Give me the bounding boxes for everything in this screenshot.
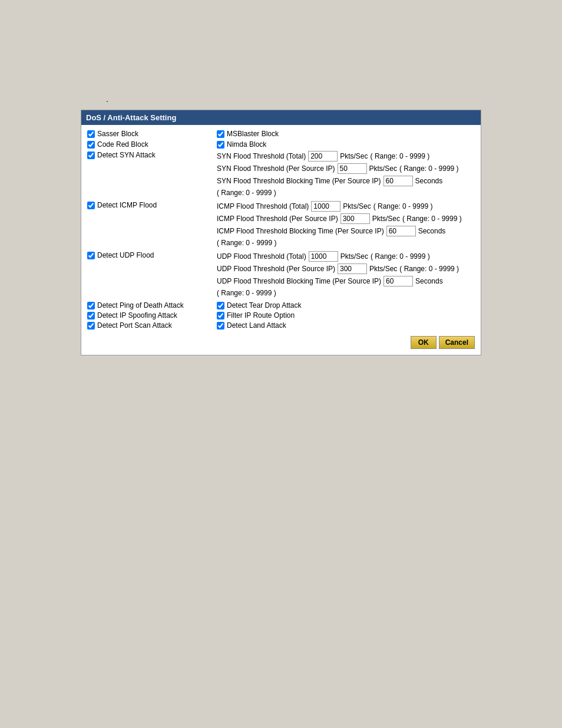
- udp-per-ip-label: UDP Flood Threshold (Per Source IP): [217, 265, 335, 273]
- nimda-block-checkbox[interactable]: [217, 141, 224, 149]
- udp-per-ip-range: ( Range: 0 - 9999 ): [399, 265, 459, 273]
- col-codered: Code Red Block: [87, 140, 217, 149]
- bottom-left-col: Detect Ping of Death Attack Detect IP Sp…: [87, 301, 217, 331]
- detect-land-checkbox[interactable]: [217, 322, 224, 330]
- syn-block-input[interactable]: [384, 176, 413, 186]
- syn-block-row: SYN Flood Threshold Blocking Time (Per S…: [217, 176, 475, 197]
- detect-syn-text: Detect SYN Attack: [97, 151, 156, 159]
- icmp-block-range: ( Range: 0 -: [217, 239, 254, 247]
- detect-udp-checkbox[interactable]: [87, 252, 95, 259]
- udp-total-range: ( Range: 0 - 9999 ): [371, 252, 430, 261]
- nimda-block-text: Nimda Block: [227, 140, 266, 149]
- syn-total-row: SYN Flood Threshold (Total) Pkts/Sec ( R…: [217, 151, 475, 162]
- udp-total-input[interactable]: [309, 251, 338, 262]
- udp-block-unit: Seconds: [415, 277, 443, 285]
- col-msblaster: MSBlaster Block: [217, 130, 475, 138]
- msblaster-block-checkbox[interactable]: [217, 130, 224, 138]
- icmp-total-label: ICMP Flood Threshold (Total): [217, 202, 309, 210]
- detect-port-scan-text: Detect Port Scan Attack: [97, 321, 172, 330]
- row-filter-ip-route: Filter IP Route Option: [217, 311, 475, 319]
- button-row: OK Cancel: [87, 336, 475, 349]
- detect-port-scan-checkbox[interactable]: [87, 322, 95, 330]
- panel-body: Sasser Block MSBlaster Block Code Red Bl…: [81, 125, 481, 355]
- col-udp-fields: UDP Flood Threshold (Total) Pkts/Sec ( R…: [217, 251, 475, 299]
- icmp-total-unit: Pkts/Sec: [343, 202, 371, 210]
- row-syn-attack: Detect SYN Attack SYN Flood Threshold (T…: [87, 151, 475, 199]
- icmp-total-input[interactable]: [311, 201, 340, 212]
- icmp-block-row: ICMP Flood Threshold Blocking Time (Per …: [217, 226, 475, 247]
- row-tear-drop: Detect Tear Drop Attack: [217, 301, 475, 309]
- bottom-right-col: Detect Tear Drop Attack Filter IP Route …: [217, 301, 475, 331]
- code-red-block-checkbox[interactable]: [87, 141, 95, 149]
- icmp-per-ip-unit: Pkts/Sec: [372, 215, 400, 223]
- syn-block-range: ( Range: 0 - 9999 ): [217, 189, 276, 197]
- syn-block-unit: Seconds: [415, 177, 443, 185]
- syn-total-unit: Pkts/Sec: [340, 152, 368, 160]
- ok-button[interactable]: OK: [411, 336, 437, 349]
- msblaster-block-text: MSBlaster Block: [227, 130, 279, 138]
- detect-syn-checkbox[interactable]: [87, 151, 95, 159]
- detect-ip-spoofing-text: Detect IP Spoofing Attack: [97, 311, 177, 319]
- udp-block-label: UDP Flood Threshold Blocking Time (Per S…: [217, 277, 381, 285]
- row-udp-flood: Detect UDP Flood UDP Flood Threshold (To…: [87, 251, 475, 299]
- icmp-per-ip-input[interactable]: [340, 213, 370, 224]
- syn-total-input[interactable]: [308, 151, 338, 162]
- col-icmp-check: Detect ICMP Flood: [87, 201, 217, 209]
- dos-panel: DoS / Anti-Attack Setting Sasser Block M…: [81, 110, 481, 355]
- syn-per-ip-input[interactable]: [338, 163, 367, 174]
- sasser-block-checkbox[interactable]: [87, 130, 95, 138]
- detect-icmp-text: Detect ICMP Flood: [97, 201, 157, 209]
- detect-udp-label[interactable]: Detect UDP Flood: [87, 251, 217, 259]
- detect-ping-death-text: Detect Ping of Death Attack: [97, 301, 184, 309]
- udp-block-row: UDP Flood Threshold Blocking Time (Per S…: [217, 276, 475, 297]
- icmp-block-input[interactable]: [386, 226, 416, 236]
- syn-per-ip-unit: Pkts/Sec: [369, 164, 397, 173]
- detect-icmp-checkbox[interactable]: [87, 202, 95, 209]
- icmp-per-ip-range: ( Range: 0 - 9999 ): [402, 215, 462, 223]
- udp-total-unit: Pkts/Sec: [340, 252, 368, 261]
- udp-per-ip-row: UDP Flood Threshold (Per Source IP) Pkts…: [217, 263, 475, 274]
- dot-marker: .: [106, 94, 527, 104]
- syn-block-label: SYN Flood Threshold Blocking Time (Per S…: [217, 177, 381, 185]
- col-sasser: Sasser Block: [87, 130, 217, 138]
- syn-per-ip-row: SYN Flood Threshold (Per Source IP) Pkts…: [217, 163, 475, 174]
- udp-block-input[interactable]: [384, 276, 413, 286]
- detect-ping-death-checkbox[interactable]: [87, 302, 95, 309]
- udp-total-row: UDP Flood Threshold (Total) Pkts/Sec ( R…: [217, 251, 475, 262]
- detect-syn-label[interactable]: Detect SYN Attack: [87, 151, 217, 159]
- row-icmp-flood: Detect ICMP Flood ICMP Flood Threshold (…: [87, 201, 475, 249]
- syn-per-ip-range: ( Range: 0 - 9999 ): [399, 164, 459, 173]
- row-ping-of-death: Detect Ping of Death Attack: [87, 301, 217, 309]
- udp-per-ip-unit: Pkts/Sec: [369, 265, 397, 273]
- code-red-block-text: Code Red Block: [97, 140, 148, 149]
- col-nimda: Nimda Block: [217, 140, 475, 149]
- icmp-per-ip-row: ICMP Flood Threshold (Per Source IP) Pkt…: [217, 213, 475, 224]
- udp-per-ip-input[interactable]: [338, 263, 367, 274]
- syn-total-range: ( Range: 0 - 9999 ): [371, 152, 430, 160]
- detect-ip-spoofing-checkbox[interactable]: [87, 312, 95, 319]
- icmp-block-label: ICMP Flood Threshold Blocking Time (Per …: [217, 227, 384, 235]
- msblaster-block-label[interactable]: MSBlaster Block: [217, 130, 475, 138]
- cancel-button[interactable]: Cancel: [439, 336, 475, 349]
- code-red-block-label[interactable]: Code Red Block: [87, 140, 217, 149]
- detect-udp-text: Detect UDP Flood: [97, 251, 154, 259]
- row-codered-nimda: Code Red Block Nimda Block: [87, 140, 475, 149]
- row-sasser-msblaster: Sasser Block MSBlaster Block: [87, 130, 475, 138]
- detect-icmp-label[interactable]: Detect ICMP Flood: [87, 201, 217, 209]
- icmp-block-unit: Seconds: [418, 227, 446, 235]
- syn-per-ip-label: SYN Flood Threshold (Per Source IP): [217, 164, 335, 173]
- nimda-block-label[interactable]: Nimda Block: [217, 140, 475, 149]
- col-udp-check: Detect UDP Flood: [87, 251, 217, 259]
- row-ip-spoofing: Detect IP Spoofing Attack: [87, 311, 217, 319]
- sasser-block-label[interactable]: Sasser Block: [87, 130, 217, 138]
- col-syn-check: Detect SYN Attack: [87, 151, 217, 159]
- filter-ip-route-checkbox[interactable]: [217, 312, 224, 319]
- icmp-total-range: ( Range: 0 - 9999 ): [373, 202, 433, 210]
- udp-total-label: UDP Flood Threshold (Total): [217, 252, 306, 261]
- bottom-two-col: Detect Ping of Death Attack Detect IP Sp…: [87, 301, 475, 331]
- detect-tear-drop-text: Detect Tear Drop Attack: [227, 301, 302, 309]
- icmp-total-row: ICMP Flood Threshold (Total) Pkts/Sec ( …: [217, 201, 475, 212]
- detect-land-text: Detect Land Attack: [227, 321, 286, 330]
- detect-tear-drop-checkbox[interactable]: [217, 302, 224, 309]
- udp-block-range: ( Range: 0 - 9999 ): [217, 289, 276, 297]
